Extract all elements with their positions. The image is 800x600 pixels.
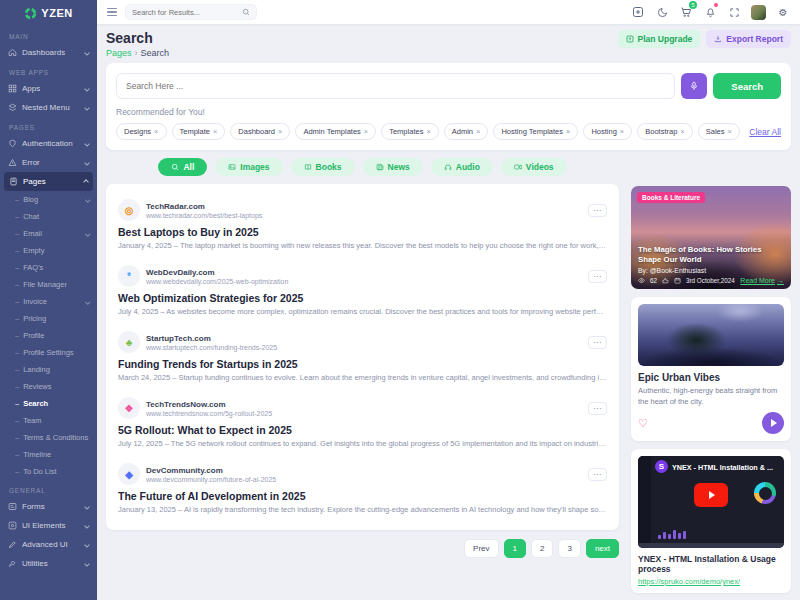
remove-tag-icon[interactable]: × (426, 127, 430, 136)
sidebar-subitem-reviews[interactable]: –Reviews (0, 378, 97, 395)
sidebar-item-forms[interactable]: Forms (0, 497, 97, 516)
sidebar-subitem-file-manager[interactable]: –File Manager (0, 276, 97, 293)
hamburger-menu-icon[interactable] (107, 8, 117, 16)
sidebar-subitem-faqs[interactable]: –FAQ's (0, 259, 97, 276)
export-report-button[interactable]: Export Report (706, 30, 791, 48)
pagination-next-button[interactable]: next (586, 539, 619, 558)
notifications-bell-icon[interactable] (703, 5, 717, 19)
play-button[interactable] (762, 412, 784, 434)
result-title-link[interactable]: Funding Trends for Startups in 2025 (118, 358, 607, 370)
search-button[interactable]: Search (713, 73, 781, 99)
sidebar-subitem-timeline[interactable]: –Timeline (0, 446, 97, 463)
search-icon[interactable] (242, 8, 250, 16)
tag-chip[interactable]: Hosting× (583, 123, 632, 140)
fullscreen-icon[interactable] (727, 5, 741, 19)
tab-videos[interactable]: Videos (501, 158, 567, 176)
sidebar-subitem-profile[interactable]: –Profile (0, 327, 97, 344)
tab-audio[interactable]: Audio (431, 158, 493, 176)
tag-chip[interactable]: Admin Templates× (295, 123, 376, 140)
sidebar-item-pages[interactable]: Pages (4, 172, 93, 191)
sidebar-subitem-terms[interactable]: –Terms & Conditions (0, 429, 97, 446)
result-title-link[interactable]: Best Laptops to Buy in 2025 (118, 226, 607, 238)
result-more-button[interactable]: … (588, 204, 607, 217)
tab-all[interactable]: All (158, 158, 207, 176)
sidebar-subitem-pricing[interactable]: –Pricing (0, 310, 97, 327)
site-name[interactable]: TechTrendsNow.com (146, 400, 272, 409)
pagination-prev-button[interactable]: Prev (464, 539, 498, 558)
sidebar-item-error[interactable]: Error (0, 153, 97, 172)
remove-tag-icon[interactable]: × (680, 127, 684, 136)
sidebar-subitem-empty[interactable]: –Empty (0, 242, 97, 259)
sidebar-item-dashboards[interactable]: Dashboards (0, 43, 97, 62)
remove-tag-icon[interactable]: × (278, 127, 282, 136)
sidebar-subitem-todo[interactable]: –To Do List (0, 463, 97, 480)
result-more-button[interactable]: … (588, 402, 607, 415)
breadcrumb-pages-link[interactable]: Pages (106, 48, 132, 58)
clear-all-link[interactable]: Clear All (749, 127, 781, 137)
site-name[interactable]: StartupTech.com (146, 334, 277, 343)
search-input[interactable] (116, 73, 675, 99)
remove-tag-icon[interactable]: × (727, 127, 731, 136)
tag-chip[interactable]: Hosting Templates× (493, 123, 578, 140)
plan-upgrade-button[interactable]: Plan Upgrade (618, 30, 701, 48)
result-title-link[interactable]: The Future of AI Development in 2025 (118, 490, 607, 502)
remove-tag-icon[interactable]: × (364, 127, 368, 136)
sidebar-item-apps[interactable]: Apps (0, 79, 97, 98)
user-avatar[interactable] (751, 5, 766, 20)
remove-tag-icon[interactable]: × (154, 127, 158, 136)
youtube-play-button[interactable] (694, 483, 728, 507)
tab-news[interactable]: News (363, 158, 423, 176)
pagination-page-3[interactable]: 3 (558, 539, 580, 558)
language-icon[interactable] (631, 5, 645, 19)
video-demo-link[interactable]: https://spruko.com/demo/ynex/ (638, 577, 784, 586)
tag-chip[interactable]: Template× (172, 123, 226, 140)
tab-books[interactable]: Books (291, 158, 355, 176)
sidebar-subitem-profile-settings[interactable]: –Profile Settings (0, 344, 97, 361)
site-name[interactable]: DevCommunity.com (146, 466, 276, 475)
tag-chip[interactable]: Admin× (444, 123, 489, 140)
remove-tag-icon[interactable]: × (620, 127, 624, 136)
sidebar-subitem-search[interactable]: –Search (0, 395, 97, 412)
video-thumbnail[interactable]: S YNEX - HTML Installation & ... (638, 456, 784, 548)
thumbs-up-icon[interactable] (662, 277, 669, 284)
featured-article-card[interactable]: Books & Literature The Magic of Books: H… (631, 186, 791, 289)
sidebar-subitem-invoice[interactable]: –Invoice (0, 293, 97, 310)
site-name[interactable]: WebDevDaily.com (146, 268, 288, 277)
dark-mode-moon-icon[interactable] (655, 5, 669, 19)
remove-tag-icon[interactable]: × (213, 127, 217, 136)
sidebar-subitem-blog[interactable]: –Blog (0, 191, 97, 208)
result-more-button[interactable]: … (588, 468, 607, 481)
sidebar-item-advanced-ui[interactable]: Advanced UI (0, 535, 97, 554)
topbar-search-input[interactable] (132, 8, 238, 17)
tag-chip[interactable]: Templates× (381, 123, 439, 140)
read-more-link[interactable]: Read More→ (740, 277, 784, 284)
remove-tag-icon[interactable]: × (476, 127, 480, 136)
brand-logo[interactable]: YZEN (0, 0, 97, 26)
result-more-button[interactable]: … (588, 336, 607, 349)
sidebar-subitem-landing[interactable]: –Landing (0, 361, 97, 378)
remove-tag-icon[interactable]: × (566, 127, 570, 136)
tag-chip[interactable]: Bootstrap× (637, 123, 693, 140)
sidebar-subitem-chat[interactable]: –Chat (0, 208, 97, 225)
cart-icon[interactable]: 5 (679, 5, 693, 19)
tag-chip[interactable]: Sales× (698, 123, 740, 140)
sidebar-item-nested-menu[interactable]: Nested Menu (0, 98, 97, 117)
sidebar-item-utilities[interactable]: Utilities (0, 554, 97, 573)
result-more-button[interactable]: … (588, 270, 607, 283)
settings-gear-icon[interactable]: ⚙ (776, 5, 790, 19)
voice-search-button[interactable] (681, 73, 707, 99)
video-card: S YNEX - HTML Installation & ... YNEX - … (631, 449, 791, 593)
sidebar-item-ui-elements[interactable]: UI Elements (0, 516, 97, 535)
result-title-link[interactable]: 5G Rollout: What to Expect in 2025 (118, 424, 607, 436)
pagination-page-2[interactable]: 2 (531, 539, 553, 558)
sidebar-subitem-team[interactable]: –Team (0, 412, 97, 429)
tag-chip[interactable]: Designs× (116, 123, 167, 140)
pagination-page-1[interactable]: 1 (504, 539, 526, 558)
tag-chip[interactable]: Dashboard× (230, 123, 290, 140)
sidebar-item-authentication[interactable]: Authentication (0, 134, 97, 153)
result-title-link[interactable]: Web Optimization Strategies for 2025 (118, 292, 607, 304)
tab-images[interactable]: Images (215, 158, 282, 176)
favorite-heart-icon[interactable]: ♡ (638, 417, 648, 430)
sidebar-subitem-email[interactable]: –Email (0, 225, 97, 242)
site-name[interactable]: TechRadar.com (146, 202, 262, 211)
